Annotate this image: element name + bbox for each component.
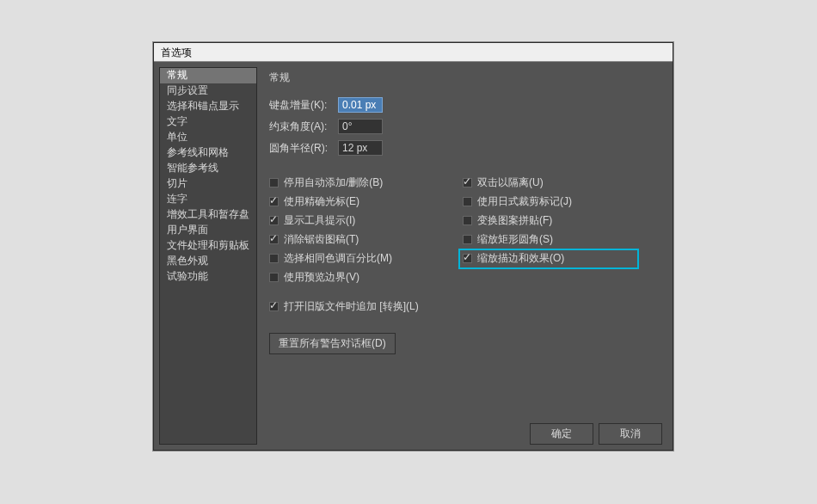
sidebar-item-5[interactable]: 参考线和网格: [160, 145, 256, 161]
checkbox-row-left-3[interactable]: 消除锯齿图稿(T): [269, 230, 463, 249]
constrain-angle-label: 约束角度(A):: [269, 120, 338, 134]
dialog-title-bar: 首选项: [154, 43, 673, 62]
checkbox-label-right-0: 双击以隔离(U): [477, 175, 544, 190]
corner-radius-label: 圆角半径(R):: [269, 141, 338, 156]
checkbox-label-right-1: 使用日式裁剪标记(J): [477, 194, 572, 209]
constrain-angle-input[interactable]: [338, 119, 383, 134]
sidebar-item-4[interactable]: 单位: [160, 130, 256, 145]
sidebar-item-7[interactable]: 切片: [160, 176, 256, 192]
checkbox-row-right-1[interactable]: 使用日式裁剪标记(J): [463, 193, 635, 212]
checkbox-label-left-0: 停用自动添加/删除(B): [284, 175, 383, 190]
checkbox-row-left-5[interactable]: 使用预览边界(V): [269, 268, 463, 287]
sidebar-item-9[interactable]: 增效工具和暂存盘: [160, 207, 256, 223]
checkbox-right-3[interactable]: [463, 235, 472, 244]
sidebar: 常规同步设置选择和锚点显示文字单位参考线和网格智能参考线切片连字增效工具和暂存盘…: [159, 67, 257, 445]
checkbox-label-left-5: 使用预览边界(V): [284, 270, 359, 285]
checkbox-label-left-3: 消除锯齿图稿(T): [284, 232, 359, 247]
sidebar-item-13[interactable]: 试验功能: [160, 269, 256, 285]
checkbox-col-left: 停用自动添加/删除(B)使用精确光标(E)显示工具提示(I)消除锯齿图稿(T)选…: [269, 174, 463, 287]
ok-button[interactable]: 确定: [530, 423, 593, 445]
main-panel: 常规 键盘增量(K): 约束角度(A): 圆角半径(R): 停用自动添加/删除(…: [257, 62, 673, 450]
sidebar-item-6[interactable]: 智能参考线: [160, 161, 256, 176]
checkbox-row-left-1[interactable]: 使用精确光标(E): [269, 193, 463, 212]
checkbox-left-1[interactable]: [269, 197, 279, 206]
dialog-title: 首选项: [161, 46, 192, 58]
checkbox-right-1[interactable]: [463, 197, 472, 206]
checkbox-col-right: 双击以隔离(U)使用日式裁剪标记(J)变换图案拼贴(F)缩放矩形圆角(S)缩放描…: [463, 174, 635, 287]
checkbox-row-right-2[interactable]: 变换图案拼贴(F): [463, 212, 635, 230]
preferences-dialog: 首选项 常规同步设置选择和锚点显示文字单位参考线和网格智能参考线切片连字增效工具…: [153, 42, 673, 451]
sidebar-item-0[interactable]: 常规: [160, 68, 256, 83]
checkbox-left-2[interactable]: [269, 216, 279, 225]
checkbox-row-left-4[interactable]: 选择相同色调百分比(M): [269, 249, 463, 268]
checkbox-right-0[interactable]: [463, 178, 472, 187]
checkbox-row-right-0[interactable]: 双击以隔离(U): [463, 174, 635, 193]
keyboard-increment-input[interactable]: [338, 97, 383, 113]
checkbox-left-5[interactable]: [269, 273, 279, 282]
sidebar-item-1[interactable]: 同步设置: [160, 83, 256, 99]
checkbox-left-3[interactable]: [269, 235, 279, 244]
append-transform-row[interactable]: 打开旧版文件时追加 [转换](L): [269, 299, 662, 314]
corner-radius-input[interactable]: [338, 140, 383, 156]
checkbox-row-left-0[interactable]: 停用自动添加/删除(B): [269, 174, 463, 193]
checkbox-row-left-2[interactable]: 显示工具提示(I): [269, 212, 463, 230]
append-transform-checkbox[interactable]: [269, 302, 279, 311]
checkbox-label-left-2: 显示工具提示(I): [284, 213, 355, 228]
checkbox-label-right-2: 变换图案拼贴(F): [477, 213, 552, 228]
checkbox-label-left-4: 选择相同色调百分比(M): [284, 251, 392, 266]
checkbox-row-right-3[interactable]: 缩放矩形圆角(S): [463, 230, 635, 249]
checkbox-label-left-1: 使用精确光标(E): [284, 194, 359, 209]
checkbox-label-right-4: 缩放描边和效果(O): [477, 251, 564, 266]
checkbox-label-right-3: 缩放矩形圆角(S): [477, 232, 553, 247]
append-transform-label: 打开旧版文件时追加 [转换](L): [284, 299, 419, 314]
checkbox-grid: 停用自动添加/删除(B)使用精确光标(E)显示工具提示(I)消除锯齿图稿(T)选…: [269, 174, 662, 287]
sidebar-item-8[interactable]: 连字: [160, 192, 256, 207]
sidebar-item-3[interactable]: 文字: [160, 114, 256, 130]
cancel-button[interactable]: 取消: [599, 423, 662, 445]
corner-radius-row: 圆角半径(R):: [269, 140, 662, 156]
checkbox-right-4[interactable]: [463, 254, 472, 263]
button-row: 确定 取消: [530, 423, 662, 445]
reset-warnings-button[interactable]: 重置所有警告对话框(D): [269, 333, 396, 354]
checkbox-right-2[interactable]: [463, 216, 472, 225]
checkbox-row-right-4[interactable]: 缩放描边和效果(O): [458, 249, 639, 269]
checkbox-left-0[interactable]: [269, 178, 279, 187]
sidebar-item-11[interactable]: 文件处理和剪贴板: [160, 238, 256, 254]
sidebar-item-12[interactable]: 黑色外观: [160, 254, 256, 269]
keyboard-increment-row: 键盘增量(K):: [269, 97, 662, 113]
sidebar-item-10[interactable]: 用户界面: [160, 223, 256, 238]
sidebar-item-2[interactable]: 选择和锚点显示: [160, 99, 256, 114]
dialog-body: 常规同步设置选择和锚点显示文字单位参考线和网格智能参考线切片连字增效工具和暂存盘…: [154, 62, 673, 450]
keyboard-increment-label: 键盘增量(K):: [269, 98, 338, 113]
constrain-angle-row: 约束角度(A):: [269, 119, 662, 134]
section-title: 常规: [269, 71, 662, 85]
checkbox-left-4[interactable]: [269, 254, 279, 263]
